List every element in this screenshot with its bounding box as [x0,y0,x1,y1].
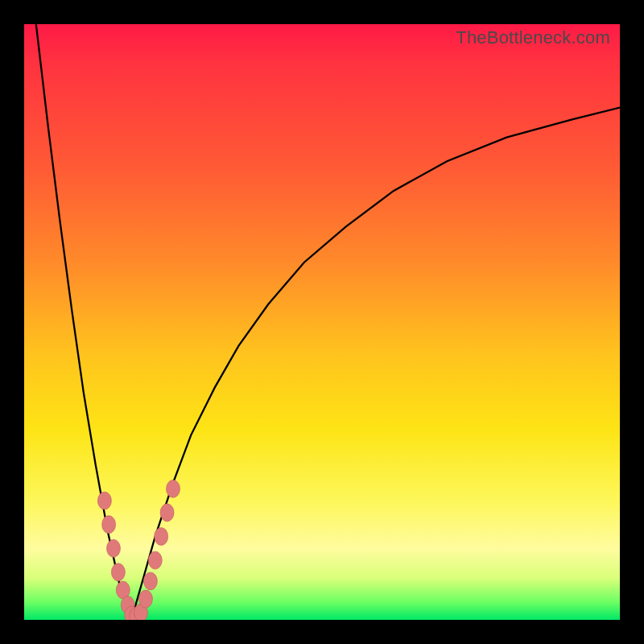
curve-left-branch [36,24,131,620]
curve-marker [111,564,125,581]
curve-marker [97,492,111,510]
bottleneck-curve [24,24,620,620]
curve-marker [143,572,157,590]
curve-marker [139,590,153,608]
curve-marker [107,539,121,557]
curve-marker [148,551,162,569]
chart-frame: TheBottleneck.com [0,0,644,644]
curve-marker [155,527,168,545]
curve-marker [167,480,180,497]
curve-marker [102,516,116,534]
plot-area: TheBottleneck.com [24,24,620,620]
curve-marker [160,504,174,522]
curve-right-branch [131,108,620,620]
